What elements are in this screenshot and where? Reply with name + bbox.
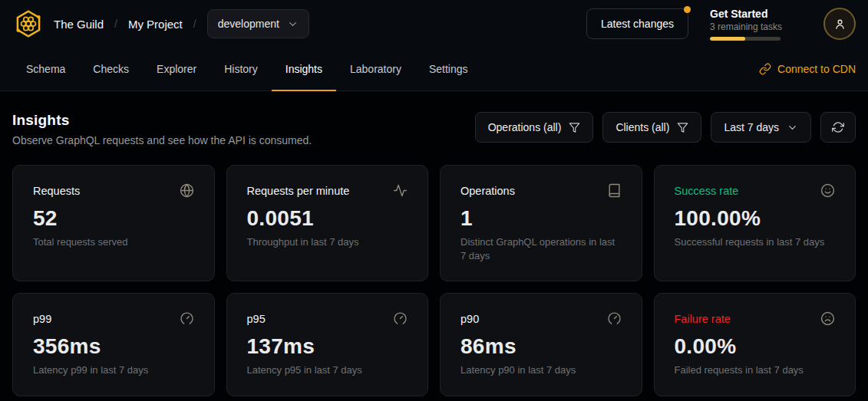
target-selector-value: development (218, 18, 279, 30)
stat-card-subtitle: Throughput in last 7 days (247, 235, 408, 249)
stat-card-subtitle: Failed requests in last 7 days (675, 363, 836, 377)
app-window: The Guild / My Project / development Lat… (0, 0, 868, 401)
operations-filter-button[interactable]: Operations (all) (475, 112, 594, 143)
avatar[interactable] (823, 8, 856, 40)
stat-card-p95: p95137msLatency p95 in last 7 days (226, 293, 429, 396)
breadcrumb-separator: / (193, 18, 196, 30)
header-actions: Latest changes Get Started 3 remaining t… (586, 8, 856, 41)
clients-filter-label: Clients (all) (616, 121, 669, 133)
book-icon (607, 183, 622, 198)
filter-icon (677, 122, 688, 133)
stat-card-value: 100.00% (675, 206, 836, 231)
page-description: Observe GraphQL requests and see how the… (12, 134, 312, 146)
refresh-button[interactable] (820, 112, 856, 143)
date-range-label: Last 7 days (724, 121, 779, 133)
link-icon (759, 63, 771, 75)
gauge-icon (607, 311, 622, 326)
stat-card-title: Requests (33, 185, 80, 197)
stat-card-title: Operations (460, 185, 515, 197)
stat-card-value: 1 (460, 206, 622, 231)
gauge-icon (393, 311, 408, 326)
connect-to-cdn-label: Connect to CDN (777, 63, 856, 75)
clients-filter-button[interactable]: Clients (all) (602, 112, 701, 143)
stat-card-header: p95 (247, 311, 408, 326)
get-started-title: Get Started (710, 8, 802, 20)
stat-card-value: 356ms (33, 334, 194, 359)
smile-icon (820, 183, 835, 198)
stat-card-subtitle: Latency p90 in last 7 days (460, 363, 622, 377)
page-title: Insights (12, 112, 312, 129)
chevron-down-icon (287, 18, 299, 30)
stat-card-header: Success rate (675, 183, 836, 198)
stat-card-operations: Operations1Distinct GraphQL operations i… (440, 165, 642, 281)
stat-card-subtitle: Latency p95 in last 7 days (247, 363, 408, 377)
filter-icon (569, 122, 580, 133)
stat-card-header: p99 (33, 311, 194, 326)
stat-card-value: 0.0051 (247, 206, 408, 231)
frown-icon (820, 311, 835, 326)
tabs-container: SchemaChecksExplorerHistoryInsightsLabor… (12, 48, 482, 90)
get-started-widget[interactable]: Get Started 3 remaining tasks (710, 8, 802, 41)
user-icon (833, 18, 847, 31)
tab-schema[interactable]: Schema (12, 48, 79, 91)
get-started-subtitle: 3 remaining tasks (710, 21, 802, 32)
operations-filter-label: Operations (all) (488, 121, 562, 133)
stat-card-subtitle: Distinct GraphQL operations in last 7 da… (460, 235, 622, 262)
stat-card-header: Requests per minute (247, 183, 408, 198)
get-started-progress-fill (710, 37, 745, 41)
stat-card-subtitle: Latency p99 in last 7 days (33, 363, 194, 377)
globe-icon (180, 183, 194, 198)
stat-card-title: p90 (460, 313, 479, 325)
stat-card-failure-rate: Failure rate0.00%Failed requests in last… (654, 293, 856, 396)
breadcrumb: The Guild / My Project / development (54, 9, 309, 38)
stat-card-p99: p99356msLatency p99 in last 7 days (12, 293, 215, 396)
insights-page: Insights Observe GraphQL requests and se… (0, 91, 868, 401)
stat-card-requests-per-minute: Requests per minute0.0051Throughput in l… (226, 165, 429, 281)
stat-card-title: Success rate (675, 185, 739, 197)
breadcrumb-org[interactable]: The Guild (54, 18, 104, 31)
stat-card-title: Requests per minute (247, 185, 350, 197)
stat-card-requests: Requests52Total requests served (12, 165, 215, 281)
stat-card-title: Failure rate (675, 313, 731, 325)
tab-checks[interactable]: Checks (79, 48, 143, 91)
tab-laboratory[interactable]: Laboratory (336, 48, 415, 91)
tab-settings[interactable]: Settings (415, 48, 482, 91)
stat-card-title: p99 (33, 313, 51, 325)
latest-changes-label: Latest changes (601, 18, 674, 30)
latest-changes-button[interactable]: Latest changes (586, 8, 688, 39)
stat-card-header: Requests (33, 183, 194, 198)
guild-logo-icon[interactable] (12, 8, 45, 40)
refresh-icon (832, 121, 844, 133)
tab-history[interactable]: History (210, 48, 272, 91)
stat-card-value: 86ms (460, 334, 622, 359)
chevron-down-icon (787, 122, 798, 133)
gauge-icon (180, 311, 194, 326)
page-heading-block: Insights Observe GraphQL requests and se… (12, 112, 312, 146)
stat-card-header: p90 (460, 311, 622, 326)
stats-grid: Requests52Total requests servedRequests … (12, 165, 856, 396)
stat-card-value: 52 (33, 206, 194, 231)
activity-icon (393, 183, 408, 198)
section-header: Insights Observe GraphQL requests and se… (12, 112, 856, 146)
stat-card-value: 137ms (247, 334, 408, 359)
connect-to-cdn-link[interactable]: Connect to CDN (759, 48, 856, 90)
target-selector[interactable]: development (207, 9, 309, 38)
stat-card-title: p95 (247, 313, 266, 325)
get-started-progress (710, 37, 781, 41)
stat-card-p90: p9086msLatency p90 in last 7 days (440, 293, 642, 396)
notification-dot (684, 6, 691, 13)
stat-card-header: Operations (460, 183, 622, 198)
breadcrumb-project[interactable]: My Project (128, 18, 183, 31)
stat-card-subtitle: Total requests served (33, 235, 194, 249)
stat-card-success-rate: Success rate100.00%Successful requests i… (654, 165, 856, 281)
filter-toolbar: Operations (all) Clients (all) Last 7 da… (475, 112, 856, 143)
breadcrumb-separator: / (114, 18, 117, 30)
date-range-select[interactable]: Last 7 days (711, 112, 811, 143)
app-header: The Guild / My Project / development Lat… (0, 0, 868, 48)
stat-card-value: 0.00% (675, 334, 836, 359)
stat-card-subtitle: Successful requests in last 7 days (675, 235, 836, 249)
tab-explorer[interactable]: Explorer (143, 48, 210, 91)
tab-insights[interactable]: Insights (272, 48, 336, 91)
tab-bar: SchemaChecksExplorerHistoryInsightsLabor… (0, 48, 868, 91)
stat-card-header: Failure rate (675, 311, 836, 326)
